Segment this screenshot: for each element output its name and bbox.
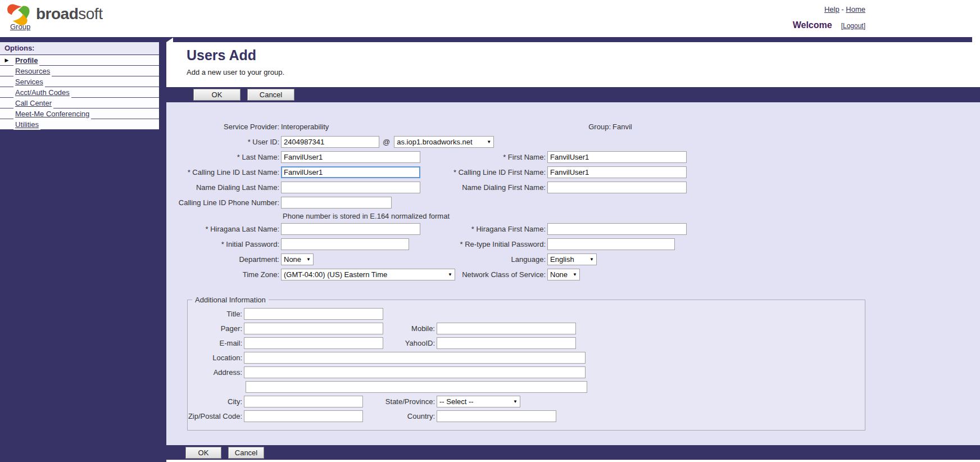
row-names: * Last Name: * First Name: xyxy=(166,150,980,165)
page-title: Users Add xyxy=(187,47,980,64)
sidebar-item-resources[interactable]: Resources xyxy=(0,66,159,76)
address-line1-input[interactable] xyxy=(244,366,586,378)
menu-rule xyxy=(45,76,159,87)
retype-password-input[interactable] xyxy=(547,238,675,250)
sidebar-item-label[interactable]: Acct/Auth Codes xyxy=(13,88,71,97)
top-divider-bar xyxy=(0,37,972,42)
row-city-state: City: State/Province: -- Select --▼ xyxy=(188,394,865,409)
brand-bold: broad xyxy=(36,5,78,22)
row-name-dialing: Name Dialing Last Name: Name Dialing Fir… xyxy=(166,180,980,195)
clid-last-name-input[interactable] xyxy=(281,166,420,178)
row-email-yahoo: E-mail: YahooID: xyxy=(188,336,865,350)
country-label: Country: xyxy=(363,412,437,420)
time-zone-select[interactable]: (GMT-04:00) (US) Eastern Time▼ xyxy=(281,269,455,280)
group-label: Group: xyxy=(434,123,612,131)
retype-password-label: * Re-type Initial Password: xyxy=(434,240,547,248)
user-id-label: * User ID: xyxy=(166,138,281,146)
sidebar-item-label[interactable]: Utilities xyxy=(13,120,40,129)
hiragana-first-input[interactable] xyxy=(547,223,687,235)
last-name-label: * Last Name: xyxy=(166,153,281,161)
row-address: Address: xyxy=(188,365,865,379)
country-input[interactable] xyxy=(437,410,556,422)
top-button-bar: OK Cancel xyxy=(166,87,980,102)
sidebar-item-label[interactable]: Resources xyxy=(13,67,52,75)
clid-first-name-input[interactable] xyxy=(547,166,687,178)
row-timezone-ncos: Time Zone: (GMT-04:00) (US) Eastern Time… xyxy=(166,267,980,282)
time-zone-select-value: (GMT-04:00) (US) Eastern Time xyxy=(284,270,387,279)
city-input[interactable] xyxy=(244,396,363,407)
yahoo-id-label: YahooID: xyxy=(383,339,437,347)
state-province-label: State/Province: xyxy=(363,397,437,406)
group-link[interactable]: Group xyxy=(10,22,30,31)
language-select[interactable]: English▼ xyxy=(547,253,597,265)
ncos-select[interactable]: None▼ xyxy=(547,269,580,280)
title-label: Title: xyxy=(188,310,244,318)
ok-button-bottom[interactable]: OK xyxy=(185,447,221,459)
bullet-spacer xyxy=(0,108,13,119)
zip-input[interactable] xyxy=(244,410,363,422)
user-id-input[interactable] xyxy=(281,136,379,148)
cancel-button-top[interactable]: Cancel xyxy=(247,89,294,101)
sidebar-item-label[interactable]: Services xyxy=(13,78,45,86)
sidebar-item-acct-auth-codes[interactable]: Acct/Auth Codes xyxy=(0,87,159,98)
menu-rule xyxy=(40,119,159,130)
department-label: Department: xyxy=(166,255,281,264)
mobile-label: Mobile: xyxy=(383,324,437,333)
bullet-spacer xyxy=(0,87,13,98)
clid-first-name-label: * Calling Line ID First Name: xyxy=(434,168,547,176)
address-line2-input[interactable] xyxy=(246,381,587,393)
sidebar-item-label[interactable]: Call Center xyxy=(13,99,53,107)
first-name-input[interactable] xyxy=(547,151,687,163)
sidebar-item-profile[interactable]: ▶ Profile xyxy=(0,55,159,66)
brand-name: broadsoft xyxy=(36,5,102,23)
sidebar-item-utilities[interactable]: Utilities xyxy=(0,119,159,130)
row-zip-country: Zip/Postal Code: Country: xyxy=(188,409,865,423)
clid-last-name-label: * Calling Line ID Last Name: xyxy=(166,168,281,176)
group-value: Fanvil xyxy=(612,123,980,131)
clid-phone-input[interactable] xyxy=(281,197,392,209)
header: broadsoft Help - Home Group Welcome [Log… xyxy=(0,0,972,37)
sidebar-item-label[interactable]: Profile xyxy=(13,56,39,65)
ok-button-top[interactable]: OK xyxy=(193,89,241,101)
row-department-language: Department: None▼ Language: English▼ xyxy=(166,252,980,267)
email-input[interactable] xyxy=(244,337,383,349)
initial-password-label: * Initial Password: xyxy=(166,240,281,248)
state-province-select[interactable]: -- Select --▼ xyxy=(437,396,520,407)
cancel-button-bottom[interactable]: Cancel xyxy=(228,447,264,459)
welcome-text: Welcome xyxy=(793,20,832,30)
yahoo-id-input[interactable] xyxy=(437,337,576,349)
row-hiragana: * Hiragana Last Name: * Hiragana First N… xyxy=(166,221,980,237)
row-service-provider: Service Provider: Interoperability Group… xyxy=(166,119,980,134)
initial-password-input[interactable] xyxy=(281,238,409,250)
last-name-input[interactable] xyxy=(281,151,420,163)
sidebar-item-label[interactable]: Meet-Me Conferencing xyxy=(13,110,91,118)
location-label: Location: xyxy=(188,354,244,362)
options-list: ▶ Profile Resources Services xyxy=(0,55,159,130)
hiragana-last-input[interactable] xyxy=(281,223,420,235)
help-link[interactable]: Help xyxy=(824,5,840,13)
name-dialing-last-label: Name Dialing Last Name: xyxy=(166,183,281,192)
location-input[interactable] xyxy=(244,352,586,364)
home-link[interactable]: Home xyxy=(846,5,865,13)
domain-select[interactable]: as.iop1.broadworks.net▼ xyxy=(394,136,494,148)
domain-select-value: as.iop1.broadworks.net xyxy=(397,138,472,146)
bottom-button-bar: OK Cancel xyxy=(166,445,980,460)
sidebar-item-call-center[interactable]: Call Center xyxy=(0,98,159,108)
group-breadcrumb: Group xyxy=(10,22,30,31)
department-select[interactable]: None▼ xyxy=(281,253,314,265)
name-dialing-first-input[interactable] xyxy=(547,182,687,193)
mobile-input[interactable] xyxy=(437,323,576,334)
menu-rule xyxy=(71,87,159,98)
name-dialing-last-input[interactable] xyxy=(281,182,420,193)
left-column: Options: ▶ Profile Resources Service xyxy=(0,42,166,462)
sidebar-item-services[interactable]: Services xyxy=(0,76,159,87)
bullet-spacer xyxy=(0,66,13,76)
logout-link[interactable]: [Logout] xyxy=(841,22,865,30)
pager-input[interactable] xyxy=(244,323,383,334)
additional-information-fieldset: Additional Information Title: Pager: Mob… xyxy=(187,296,865,431)
service-provider-value: Interoperability xyxy=(281,123,434,131)
options-title: Options: xyxy=(0,42,159,55)
title-input[interactable] xyxy=(244,308,383,320)
pager-label: Pager: xyxy=(188,324,244,333)
sidebar-item-meet-me-conferencing[interactable]: Meet-Me Conferencing xyxy=(0,108,159,119)
